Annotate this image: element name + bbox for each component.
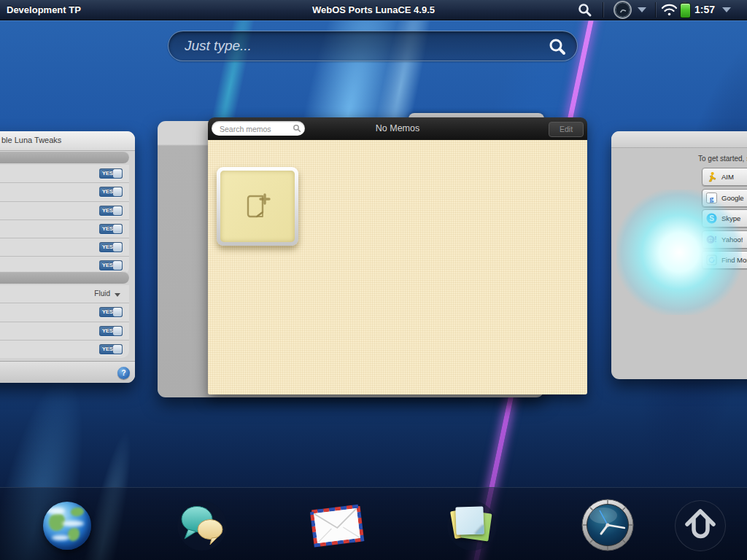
tweak-row: YES (0, 183, 129, 201)
card-luna-tweaks[interactable]: ble Luna Tweaks YES YES YES YES YES YES … (0, 131, 135, 383)
dock-memos[interactable] (446, 500, 498, 551)
toggle-knob (113, 261, 122, 270)
svg-text:g: g (710, 193, 714, 202)
toggle-knob (113, 187, 122, 196)
tweaks-header: ble Luna Tweaks (0, 131, 135, 151)
memos-header: No Memos Edit (208, 117, 587, 141)
tweaks-toggle-group-1: YES YES YES YES YES YES (0, 165, 129, 275)
help-button[interactable]: ? (117, 367, 130, 379)
tweaks-group-divider (0, 271, 129, 284)
toggle-switch[interactable]: YES (99, 168, 123, 179)
just-type-bar[interactable] (168, 31, 578, 61)
tweak-row: Fluid (0, 285, 129, 303)
tweak-row: YES (0, 165, 129, 183)
dock-email[interactable] (311, 500, 363, 551)
svg-text:!: ! (714, 236, 716, 244)
accounts-header (611, 131, 747, 148)
add-memo-tile[interactable] (217, 167, 298, 246)
toggle-switch[interactable]: YES (99, 224, 123, 234)
chevron-down-icon[interactable] (722, 7, 731, 12)
sticky-note-blue (455, 506, 484, 534)
envelope-icon (307, 497, 367, 554)
dock-background-band (0, 487, 747, 560)
tweaks-bottom-bar: ? (0, 361, 135, 383)
memos-status-title: No Memos (208, 117, 587, 140)
accounts-intro-text: To get started, s (698, 155, 747, 163)
toggle-knob (113, 308, 122, 316)
tweak-row: YES (0, 303, 129, 322)
webos-card-view: Development TP WebOS Ports LunaCE 4.9.5 … (0, 0, 747, 560)
find-more-icon (706, 254, 717, 265)
skype-icon: S (706, 213, 717, 224)
just-type-input[interactable] (183, 31, 536, 61)
tweak-row: YES (0, 220, 129, 238)
toggle-knob (113, 345, 122, 354)
status-clock: 1:57 (694, 0, 715, 20)
edit-button[interactable]: Edit (549, 122, 584, 137)
dropdown-value[interactable]: Fluid (94, 289, 110, 298)
toggle-switch[interactable]: YES (99, 242, 123, 252)
tweaks-group-divider (0, 151, 129, 163)
chevron-down-icon[interactable] (638, 7, 646, 12)
status-center-title: WebOS Ports LunaCE 4.9.5 (0, 0, 747, 20)
chevron-down-icon[interactable] (115, 293, 120, 297)
toggle-switch[interactable]: YES (99, 206, 123, 216)
svg-text:S: S (709, 214, 714, 222)
dock-launcher[interactable] (675, 500, 726, 551)
dock-clock[interactable] (581, 498, 632, 549)
google-icon: g (706, 192, 717, 203)
tweaks-title: ble Luna Tweaks (1, 136, 61, 144)
status-divider (655, 2, 656, 18)
toggle-switch[interactable]: YES (99, 326, 123, 336)
clock-indicator-icon[interactable] (614, 1, 632, 19)
account-button-yahoo[interactable]: ! Yahoo! (702, 230, 747, 249)
account-button-google[interactable]: g Google (702, 189, 747, 207)
aim-icon (706, 171, 717, 182)
toggle-switch[interactable]: YES (99, 307, 123, 317)
analog-clock-icon (581, 498, 635, 552)
dock-messaging[interactable] (177, 500, 228, 551)
card-accounts[interactable]: To get started, s AIM g Google S Skype (611, 131, 747, 379)
status-bar: Development TP WebOS Ports LunaCE 4.9.5 … (0, 0, 747, 20)
account-button-find-more[interactable]: Find More (702, 251, 747, 269)
chat-bubbles-icon (177, 500, 228, 551)
toggle-switch[interactable]: YES (99, 260, 123, 271)
account-button-aim[interactable]: AIM (702, 168, 747, 186)
up-arrow-icon (675, 500, 726, 551)
toggle-knob (113, 327, 122, 335)
tweak-row: YES (0, 238, 129, 257)
status-divider (603, 2, 603, 18)
search-icon[interactable] (577, 2, 593, 18)
toggle-knob (113, 243, 122, 252)
globe-icon (43, 502, 91, 550)
tweaks-toggle-group-2: Fluid YES YES YES (0, 285, 129, 358)
tweak-row: YES (0, 341, 129, 358)
yahoo-icon: ! (706, 234, 717, 245)
toggle-switch[interactable]: YES (99, 344, 123, 354)
toggle-knob (113, 169, 122, 178)
tweak-row: YES (0, 202, 129, 220)
add-memo-sticky (220, 171, 295, 242)
add-note-icon (241, 190, 274, 223)
toggle-switch[interactable]: YES (99, 187, 123, 197)
tweak-row: YES (0, 322, 129, 341)
wifi-icon (661, 4, 678, 16)
account-button-skype[interactable]: S Skype (702, 209, 747, 228)
search-icon[interactable] (548, 37, 567, 56)
battery-icon (680, 3, 691, 18)
memos-paper-area (208, 140, 587, 394)
card-memos[interactable]: No Memos Edit (208, 117, 587, 394)
dock-web-browser[interactable] (42, 500, 93, 551)
toggle-knob (113, 225, 122, 233)
toggle-knob (113, 206, 122, 215)
